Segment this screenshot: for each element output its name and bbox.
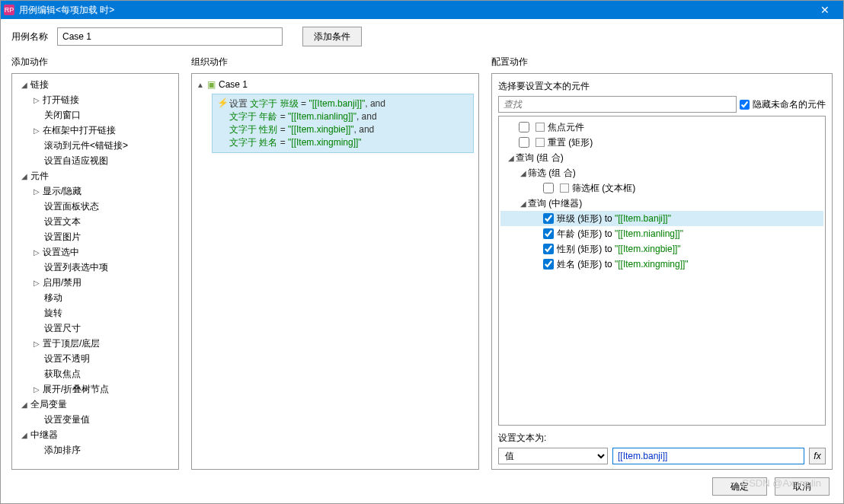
element-node[interactable]: 焦点元件 (500, 120, 823, 135)
element-node[interactable]: ◢查询 (组 合) (500, 150, 823, 165)
tree-item[interactable]: ▷显示/隐藏 (14, 183, 177, 199)
tree-item[interactable]: ▷启用/禁用 (14, 275, 177, 290)
case-name-input[interactable] (57, 27, 283, 46)
app-icon: RP (4, 5, 14, 15)
add-action-header: 添加动作 (11, 53, 179, 73)
tree-item[interactable]: 旋转 (14, 305, 177, 321)
caret-icon[interactable]: ◢ (519, 199, 528, 208)
window-title: 用例编辑<每项加载 时> (19, 4, 810, 17)
caret-icon[interactable]: ◢ (507, 154, 516, 162)
tree-item[interactable]: 滚动到元件<错链接> (14, 138, 177, 153)
tree-item[interactable]: 设置图片 (14, 229, 177, 244)
caret-right-icon[interactable]: ▷ (32, 340, 41, 348)
element-node[interactable]: 重置 (矩形) (500, 135, 823, 150)
search-input[interactable] (498, 96, 737, 113)
tree-item[interactable]: 获取焦点 (14, 366, 177, 381)
tree-group[interactable]: ◢链接 (14, 77, 177, 92)
tree-item[interactable]: 关闭窗口 (14, 107, 177, 123)
element-node[interactable]: 班级 (矩形) to "[[Item.banji]]" (500, 211, 823, 226)
tree-group[interactable]: ◢元件 (14, 168, 177, 183)
tree-item[interactable]: ▷展开/折叠树节点 (14, 381, 177, 397)
action-tree[interactable]: ◢链接▷打开链接关闭窗口▷在框架中打开链接滚动到元件<错链接>设置自适应视图◢元… (12, 74, 178, 469)
tree-item[interactable]: 设置面板状态 (14, 199, 177, 214)
value-type-select[interactable]: 值 (498, 448, 608, 464)
top-row: 用例名称 添加条件 (1, 19, 843, 53)
add-condition-button[interactable]: 添加条件 (302, 27, 362, 46)
folder-icon: ▣ (207, 79, 216, 90)
tree-item[interactable]: 设置不透明 (14, 351, 177, 366)
hide-unnamed-label: 隐藏未命名的元件 (753, 98, 826, 111)
tree-item[interactable]: 设置自适应视图 (14, 153, 177, 168)
tree-item[interactable]: 添加排序 (14, 442, 177, 458)
case-name-label: 用例名称 (11, 30, 48, 43)
caret-right-icon[interactable]: ▷ (32, 385, 41, 394)
case-name-text: Case 1 (219, 79, 248, 90)
tree-item[interactable]: ▷在框架中打开链接 (14, 123, 177, 138)
ok-button[interactable]: 确定 (712, 477, 767, 496)
close-icon[interactable]: ✕ (810, 4, 840, 16)
caret-right-icon[interactable]: ▷ (32, 96, 41, 104)
tree-item[interactable]: 设置尺寸 (14, 321, 177, 336)
tree-item[interactable]: 设置列表选中项 (14, 260, 177, 275)
element-node[interactable]: 性别 (矩形) to "[[Item.xingbie]]" (500, 241, 823, 257)
bolt-icon: ⚡ (217, 97, 226, 110)
caret-right-icon[interactable]: ▷ (32, 248, 41, 257)
element-node[interactable]: ◢查询 (中继器) (500, 196, 823, 211)
case-action[interactable]: ⚡设置 文字于 班级 = "[[Item.banji]]", and文字于 年龄… (212, 94, 474, 153)
tree-item[interactable]: ▷打开链接 (14, 92, 177, 107)
tree-item[interactable]: 设置变量值 (14, 412, 177, 427)
tree-item[interactable]: ▷置于顶层/底层 (14, 336, 177, 351)
tree-item[interactable]: ▷设置选中 (14, 244, 177, 260)
tree-item[interactable]: 移动 (14, 290, 177, 305)
hide-unnamed-toggle[interactable]: 隐藏未命名的元件 (740, 98, 826, 111)
configure-header: 配置动作 (491, 53, 833, 73)
cancel-button[interactable]: 取消 (775, 477, 830, 496)
fx-button[interactable]: fx (809, 448, 826, 464)
caret-icon[interactable]: ◢ (20, 81, 29, 89)
hide-unnamed-checkbox[interactable] (740, 100, 750, 110)
element-node[interactable]: 年龄 (矩形) to "[[Item.nianling]]" (500, 226, 823, 241)
element-node[interactable]: 筛选框 (文本框) (500, 180, 823, 196)
select-element-label: 选择要设置文本的元件 (498, 78, 826, 96)
element-tree[interactable]: 焦点元件重置 (矩形)◢查询 (组 合)◢筛选 (组 合)筛选框 (文本框)◢查… (498, 116, 826, 426)
caret-down-icon[interactable]: ▲ (197, 81, 204, 89)
organize-header: 组织动作 (191, 53, 479, 73)
caret-icon[interactable]: ◢ (20, 400, 29, 409)
caret-icon[interactable]: ◢ (20, 431, 29, 439)
case-panel: ▲ ▣ Case 1 ⚡设置 文字于 班级 = "[[Item.banji]]"… (191, 73, 479, 470)
set-text-label: 设置文本为: (498, 432, 826, 448)
case-row[interactable]: ▲ ▣ Case 1 (193, 77, 477, 92)
caret-icon[interactable]: ◢ (20, 172, 29, 180)
tree-group[interactable]: ◢全局变量 (14, 397, 177, 412)
tree-item[interactable]: 设置文本 (14, 214, 177, 229)
caret-icon[interactable]: ◢ (519, 169, 528, 177)
value-input[interactable] (612, 448, 804, 464)
caret-right-icon[interactable]: ▷ (32, 279, 41, 287)
element-node[interactable]: ◢筛选 (组 合) (500, 165, 823, 180)
tree-group[interactable]: ◢中继器 (14, 427, 177, 442)
titlebar: RP 用例编辑<每项加载 时> ✕ (1, 1, 843, 19)
element-node[interactable]: 姓名 (矩形) to "[[Item.xingming]]" (500, 257, 823, 272)
caret-right-icon[interactable]: ▷ (32, 126, 41, 135)
caret-right-icon[interactable]: ▷ (32, 187, 41, 196)
